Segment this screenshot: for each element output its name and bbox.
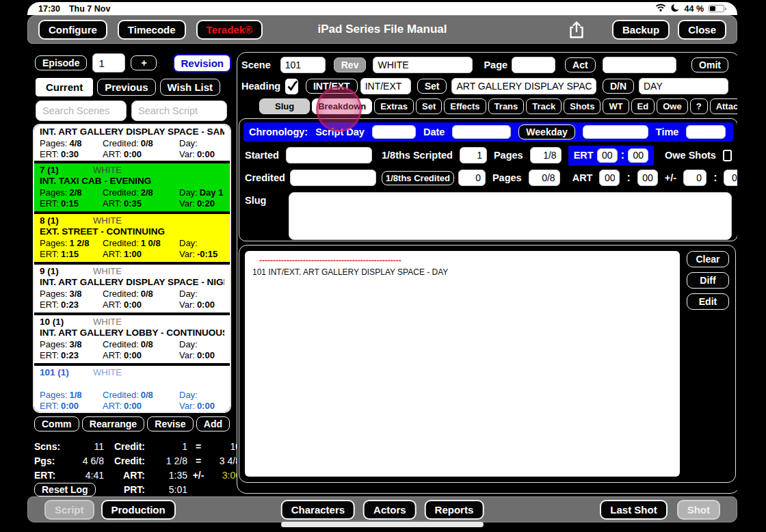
configure-button[interactable]: Configure [38, 20, 107, 40]
heading-label: Heading [241, 81, 280, 92]
share-icon[interactable] [568, 20, 585, 39]
script-day-input[interactable] [372, 125, 416, 139]
edit-button[interactable]: Edit [687, 293, 729, 310]
eighths-scripted-input[interactable] [460, 147, 487, 163]
teradek-button[interactable]: Teradek® [196, 20, 263, 40]
started-label: Started [245, 150, 279, 161]
day-night-button[interactable]: D/N [603, 79, 634, 94]
pages-scripted-label: Pages [494, 150, 523, 161]
home-indicator[interactable] [281, 522, 484, 527]
tab-wt[interactable]: WT [603, 98, 629, 114]
act-button[interactable]: Act [565, 57, 596, 72]
revision-separator: ----------------------------------------… [259, 256, 401, 265]
revision-button[interactable]: Revision [173, 54, 231, 72]
clear-button[interactable]: Clear [687, 251, 729, 267]
art-hours-input[interactable] [599, 170, 620, 186]
chronology-label: Chronology: [249, 127, 308, 137]
eighths-credited-button[interactable]: 1/8ths Credited [382, 171, 454, 185]
omit-button[interactable]: Omit [691, 57, 728, 72]
tab-previous[interactable]: Previous [97, 79, 155, 96]
scene-label: Scene [241, 59, 271, 70]
variance-minutes-input[interactable] [724, 170, 737, 186]
tab-question[interactable]: ? [690, 98, 708, 114]
actors-button[interactable]: Actors [363, 500, 417, 520]
episode-button[interactable]: Episode [35, 55, 87, 70]
date-input[interactable] [452, 125, 511, 139]
weekday-input[interactable] [583, 125, 648, 139]
pages-credited-input[interactable] [529, 170, 560, 186]
day-night-input[interactable] [639, 78, 728, 94]
search-scenes-input[interactable] [36, 101, 127, 121]
scene-item-10[interactable]: 10 (1)WHITE INT. ART GALLERY LOBBY - CON… [34, 315, 230, 363]
revision-color-input[interactable] [373, 57, 473, 73]
ert-minutes-input[interactable] [628, 148, 648, 163]
owe-shots-checkbox[interactable] [723, 150, 732, 161]
heading-row: Heading INT/EXT Set D/N [241, 77, 728, 95]
scene-item-8[interactable]: 8 (1)WHITE EXT. STREET - CONTINUING Page… [34, 214, 230, 262]
rearrange-button[interactable]: Rearrange [82, 416, 144, 431]
last-shot-button[interactable]: Last Shot [600, 500, 667, 520]
eighths-credited-input[interactable] [458, 170, 486, 186]
set-button[interactable]: Set [417, 79, 447, 94]
int-ext-button[interactable]: INT/EXT [306, 79, 358, 94]
diff-button[interactable]: Diff [687, 272, 729, 289]
heading-checkbox[interactable] [285, 79, 298, 94]
weekday-button[interactable]: Weekday [518, 124, 574, 139]
script-button[interactable]: Script [44, 500, 94, 520]
tab-owe[interactable]: Owe [657, 98, 687, 114]
reports-button[interactable]: Reports [425, 500, 484, 520]
scene-number-input[interactable] [280, 57, 326, 73]
shot-button[interactable]: Shot [677, 500, 720, 520]
slug-textarea[interactable] [289, 192, 732, 240]
started-input[interactable] [286, 147, 372, 163]
revision-color-label: WHITE [93, 266, 122, 276]
characters-button[interactable]: Characters [281, 500, 355, 520]
scene-item-6[interactable]: INT. ART GALLERY DISPLAY SPACE - SAME...… [34, 125, 230, 161]
art-minutes-input[interactable] [637, 170, 658, 186]
add-button[interactable]: Add [196, 416, 230, 431]
credited-input[interactable] [290, 170, 376, 186]
production-button[interactable]: Production [101, 500, 176, 520]
pages-scripted-input[interactable] [530, 147, 562, 163]
add-episode-button[interactable]: + [131, 55, 157, 70]
tab-ed[interactable]: Ed [631, 98, 655, 114]
tab-effects[interactable]: Effects [444, 98, 486, 114]
tab-extras[interactable]: Extras [374, 98, 414, 114]
reset-log-button[interactable]: Reset Log [34, 483, 96, 496]
scene-item-7[interactable]: 7 (1)WHITE INT. TAXI CAB - EVENING Pages… [34, 163, 230, 211]
revise-button[interactable]: Revise [147, 416, 193, 431]
search-script-input[interactable] [131, 101, 227, 121]
time-input[interactable] [686, 125, 726, 139]
act-input[interactable] [603, 57, 676, 73]
timecode-button[interactable]: Timecode [118, 20, 186, 40]
tab-shots[interactable]: Shots [564, 98, 600, 114]
scene-item-101[interactable]: 101 (1)WHITE Pages:1/8Credited:0/8Day: E… [34, 366, 230, 413]
variance-hours-input[interactable] [683, 170, 706, 186]
scene-actions-row: Comm Rearrange Revise Add [34, 416, 230, 431]
ert-hours-input[interactable] [597, 148, 618, 163]
close-button[interactable]: Close [678, 20, 726, 40]
tab-set[interactable]: Set [416, 98, 442, 114]
rev-button[interactable]: Rev [334, 57, 367, 72]
int-ext-input[interactable] [360, 78, 411, 94]
tab-track[interactable]: Track [526, 98, 562, 114]
tab-wish-list[interactable]: Wish List [160, 79, 221, 96]
script-text-area[interactable]: ----------------------------------------… [245, 251, 680, 477]
tab-attachments[interactable]: Attachments [710, 98, 737, 114]
tab-slug[interactable]: Slug [259, 98, 310, 114]
tab-current[interactable]: Current [36, 78, 93, 96]
scene-item-9[interactable]: 9 (1)WHITE INT. ART GALLERY DISPLAY SPAC… [34, 265, 230, 312]
main-area: Episode + Revision Current Previous Wish… [27, 44, 737, 496]
script-section: ----------------------------------------… [239, 245, 736, 483]
scene-list[interactable]: INT. ART GALLERY DISPLAY SPACE - SAME...… [33, 124, 231, 413]
script-scene-line: 101 INT/EXT. ART GALLERY DISPLAY SPACE -… [252, 267, 448, 277]
episode-row: Episode + Revision [35, 53, 231, 72]
tab-trans[interactable]: Trans [488, 98, 525, 114]
tab-breakdown[interactable]: Breakdown [312, 98, 372, 114]
episode-number-input[interactable] [92, 53, 125, 72]
set-input[interactable] [451, 78, 596, 94]
bottom-toolbar: Script Production Characters Actors Repo… [27, 496, 737, 522]
comm-button[interactable]: Comm [34, 416, 79, 431]
backup-button[interactable]: Backup [612, 20, 670, 40]
page-input[interactable] [512, 57, 555, 73]
